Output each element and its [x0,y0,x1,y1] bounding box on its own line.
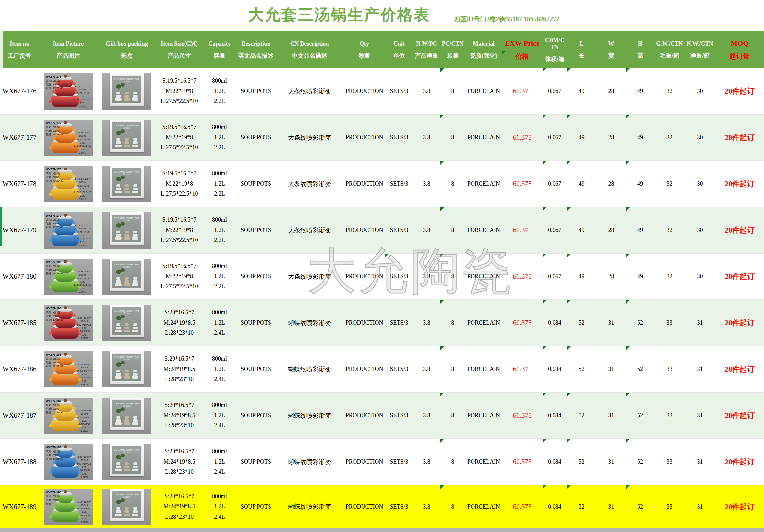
cell-box: CERAMIC SOUP POT3Pieces [97,300,156,346]
photo-annotation: WX677-179装箱: 8套/箱 毛重: 32KG 箱规: 49*28*49 [46,214,63,229]
mini-pot [116,280,121,283]
cell-nw: 3.8 [413,207,440,253]
cell-size: S:19.5*16.5*7 M:22*19*8 L:27.5*22.5*10 [156,254,203,299]
mini-pot [133,95,138,97]
cell-cbm: 0.067 [542,68,567,114]
mini-pots-art [115,184,138,194]
cell-mat: PORCELAIN [465,300,502,346]
cell-cap: 800ml 1.2L 2.4L [203,393,236,438]
cell-unit: SETS/3 [385,439,413,485]
cell-flag-icon [567,254,571,257]
cell-h: 52 [626,439,655,485]
cell-pc: 8 [440,254,465,299]
table-header: Item no工厂货号Item Picture产品图片Gift box pack… [0,31,764,68]
photo-annotation: WX677-180装箱: 8套/箱 毛重: 32KG 箱规: 49*28*49 [46,260,63,276]
mini-pot [116,323,120,326]
cell-flag-icon [567,68,571,72]
cell-flag-icon [567,161,571,165]
cell-desc: SOUP POTS [236,393,275,438]
mini-pot [133,510,138,513]
mini-pot [132,330,138,332]
pot-shape [51,466,79,477]
mini-pot [124,327,129,329]
table-row: WX677-187WX677-187装箱: 8套/箱 毛重: 33KG 箱规: … [0,393,764,439]
sheet-bottom-edge [0,528,764,532]
cell-cndesc: 蝴蝶纹喷彩渐变 [275,485,344,528]
gift-box-photo: CERAMIC SOUP POT3Pieces [102,212,151,248]
cell-box: CERAMIC SOUP POT3Pieces [97,485,156,528]
cell-nwc: 30 [684,68,715,114]
cell-l: 52 [567,300,596,346]
cell-itemno: WX677-188 [0,439,39,485]
cell-nw: 3.8 [413,393,440,438]
pot-knob [64,446,67,449]
pot-handle [52,322,56,325]
mini-pot-stack [123,416,130,425]
cell-cbm: 0.067 [542,161,567,207]
table-row: WX677-185WX677-185装箱: 8套/箱 毛重: 33KG 箱规: … [0,300,764,346]
mini-pots-art [115,416,138,425]
column-header-en: H [638,41,643,47]
cell-cap: 800ml 1.2L 2.2L [203,254,236,299]
product-photo: WX677-188装箱: 8套/箱 毛重: 33KG 箱规: 52*31*52S… [44,444,93,480]
mini-pot [132,469,138,471]
mini-pot [133,234,138,236]
mini-pot [123,284,130,286]
gift-box-photo: CERAMIC SOUP POT3Pieces [102,398,151,434]
cell-pc: 8 [440,68,465,114]
gift-box-photo: CERAMIC SOUP POT3Pieces [102,351,151,387]
cell-flag-icon [440,300,444,304]
photo-annotation: WX677-188装箱: 8套/箱 毛重: 33KG 箱规: 52*31*52 [46,446,63,461]
cell-mat: PORCELAIN [465,393,502,438]
cell-desc: SOUP POTS [236,68,275,114]
mini-pot [116,419,121,422]
photo-item-id: WX677-188 [46,446,63,450]
plant-decoration [121,454,124,457]
gift-box-photo: CERAMIC SOUP POT3Pieces [102,444,151,480]
mini-pot [123,191,130,194]
column-header-en: Unit [393,41,404,47]
column-header-cn: 体积/箱 [545,56,564,63]
mini-pot [125,416,129,419]
cell-gw: 32 [655,207,684,253]
column-header-cn: 工厂货号 [8,53,31,59]
cell-cbm: 0.084 [542,300,567,346]
pot-handle [49,378,52,381]
column-header-cn: 起订量 [730,53,750,60]
photo-packing-note: 装箱: 8套/箱 毛重: 32KG 箱规: 49*28*49 [46,265,63,275]
column-header-en: Qty [360,41,369,47]
pot-knob [64,399,67,402]
column-header-en: MOQ [731,39,749,47]
mini-pot [116,370,120,372]
cell-w: 28 [596,207,626,253]
pot-handle [49,332,52,335]
gift-box-pieces-label: 3Pieces [112,80,141,82]
column-header-cn: 毛重/箱 [660,53,679,59]
column-header-en: CBM/CTN [543,37,566,50]
gift-box-photo: CERAMIC SOUP POT3Pieces [102,488,151,525]
cell-mat: PORCELAIN [465,485,502,528]
cell-gw: 32 [655,68,684,114]
photo-item-id: WX677-177 [46,121,63,125]
cell-moq: 20件起订 [715,485,764,528]
column-header-cn: 产品净重 [415,53,439,59]
cell-flag-icon [543,254,546,257]
pot-knob [64,121,67,124]
cell-qty: PRODUCTION [344,161,385,207]
mini-pot [133,92,137,94]
cell-w: 28 [596,115,626,160]
column-header-cn: 高 [637,53,643,59]
cell-flag-icon [543,393,546,396]
pot-handle [72,407,76,410]
cell-flag-icon [543,161,546,165]
cell-pic: WX677-187装箱: 8套/箱 毛重: 33KG 箱规: 52*31*52S… [39,393,97,438]
cell-cbm: 0.084 [542,393,567,438]
column-header-mat: Material瓷质(强化) [465,31,502,68]
photo-item-id: WX677-176 [46,75,63,79]
gift-box-title: CERAMIC SOUP POT [112,171,141,173]
mini-pot-stack [132,370,138,379]
pot-knob [64,307,67,310]
cell-w: 31 [596,300,626,346]
cell-pc: 8 [440,439,465,485]
pot-handle [49,471,52,474]
